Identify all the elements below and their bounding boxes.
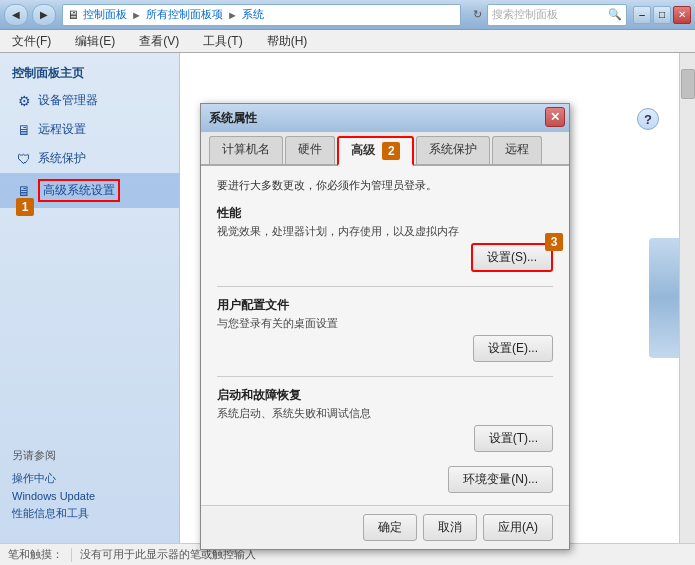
- sidebar-item-remote[interactable]: 🖥 远程设置: [0, 115, 179, 144]
- env-variables-button[interactable]: 环境变量(N)...: [448, 466, 553, 493]
- sidebar-action-center[interactable]: 操作中心: [12, 469, 167, 488]
- user-profiles-desc: 与您登录有关的桌面设置: [217, 316, 553, 331]
- status-pen-label: 笔和触摸：: [8, 547, 63, 562]
- remote-icon: 🖥: [16, 122, 32, 138]
- sidebar-title: 控制面板主页: [0, 61, 179, 86]
- sidebar-item-remote-label: 远程设置: [38, 121, 86, 138]
- sidebar-perf-info[interactable]: 性能信息和工具: [12, 504, 167, 523]
- maximize-button[interactable]: □: [653, 6, 671, 24]
- main-window: ◀ ▶ 🖥 控制面板 ► 所有控制面板项 ► 系统 ↻ 搜索控制面板 🔍 – □…: [0, 0, 695, 565]
- menu-edit[interactable]: 编辑(E): [71, 31, 119, 52]
- annotation-3: 3: [545, 233, 563, 251]
- sidebar-item-device-manager[interactable]: ⚙ 设备管理器: [0, 86, 179, 115]
- dialog-body: 要进行大多数更改，你必须作为管理员登录。 性能 视觉效果，处理器计划，内存使用，…: [201, 166, 569, 505]
- dialog-section-performance: 性能 视觉效果，处理器计划，内存使用，以及虚拟内存 设置(S)... 3: [217, 205, 553, 272]
- annotation-1: 1: [16, 198, 34, 216]
- annotation-2: 2: [382, 142, 400, 160]
- dialog-apply-button[interactable]: 应用(A): [483, 514, 553, 541]
- startup-settings-button[interactable]: 设置(T)...: [474, 425, 553, 452]
- menu-tools[interactable]: 工具(T): [199, 31, 246, 52]
- tab-computer-name[interactable]: 计算机名: [209, 136, 283, 164]
- startup-title: 启动和故障恢复: [217, 387, 553, 404]
- user-profiles-settings-button[interactable]: 设置(E)...: [473, 335, 553, 362]
- menu-view[interactable]: 查看(V): [135, 31, 183, 52]
- tab-remote[interactable]: 远程: [492, 136, 542, 164]
- dialog-section-user-profiles: 用户配置文件 与您登录有关的桌面设置 设置(E)...: [217, 297, 553, 362]
- nav-buttons: ◀ ▶: [4, 4, 56, 26]
- dialog-title-bar: 系统属性 ✕: [201, 104, 569, 132]
- dialog-title-text: 系统属性: [209, 110, 257, 127]
- address-crumb-3[interactable]: 系统: [242, 7, 264, 22]
- user-profiles-btn-row: 设置(E)...: [217, 335, 553, 362]
- tab-advanced[interactable]: 高级 2: [337, 136, 414, 166]
- protection-icon: 🛡: [16, 151, 32, 167]
- scroll-thumb[interactable]: [681, 69, 695, 99]
- bg-decoration: [649, 238, 679, 358]
- perf-settings-button[interactable]: 设置(S)...: [471, 243, 553, 272]
- dialog-close-button[interactable]: ✕: [545, 107, 565, 127]
- startup-desc: 系统启动、系统失败和调试信息: [217, 406, 553, 421]
- sidebar-windows-update[interactable]: Windows Update: [12, 488, 167, 504]
- sidebar-item-device-manager-label: 设备管理器: [38, 92, 98, 109]
- dialog-ok-button[interactable]: 确定: [363, 514, 417, 541]
- address-crumb-2[interactable]: 所有控制面板项: [146, 7, 223, 22]
- system-properties-dialog: 系统属性 ✕ 计算机名 硬件 高级 2 系统保护 远程 要进行大多数更改，你必须…: [200, 103, 570, 550]
- sidebar-item-protection[interactable]: 🛡 系统保护: [0, 144, 179, 173]
- menu-help[interactable]: 帮助(H): [263, 31, 312, 52]
- back-button[interactable]: ◀: [4, 4, 28, 26]
- divider-2: [217, 376, 553, 377]
- search-icon: 🔍: [608, 8, 622, 21]
- dialog-footer: 确定 取消 应用(A): [201, 505, 569, 549]
- device-manager-icon: ⚙: [16, 93, 32, 109]
- dialog-section-startup: 启动和故障恢复 系统启动、系统失败和调试信息 设置(T)...: [217, 387, 553, 452]
- advanced-icon: 🖥: [16, 183, 32, 199]
- perf-title: 性能: [217, 205, 553, 222]
- sidebar-item-advanced[interactable]: 🖥 高级系统设置 1: [0, 173, 179, 208]
- status-divider: [71, 548, 72, 562]
- dialog-cancel-button[interactable]: 取消: [423, 514, 477, 541]
- address-icon: 🖥: [67, 8, 79, 22]
- dialog-note: 要进行大多数更改，你必须作为管理员登录。: [217, 178, 553, 193]
- search-placeholder: 搜索控制面板: [492, 7, 558, 22]
- content-area: 控制面板主页 ⚙ 设备管理器 🖥 远程设置 🛡 系统保护 🖥 高级系统设置 1: [0, 52, 695, 543]
- status-left: 笔和触摸：: [8, 547, 63, 562]
- sidebar: 控制面板主页 ⚙ 设备管理器 🖥 远程设置 🛡 系统保护 🖥 高级系统设置 1: [0, 53, 180, 543]
- window-controls: – □ ✕: [633, 6, 691, 24]
- sidebar-also-title: 另请参阅: [12, 448, 167, 463]
- menu-bar: 文件(F) 编辑(E) 查看(V) 工具(T) 帮助(H): [0, 30, 695, 52]
- menu-file[interactable]: 文件(F): [8, 31, 55, 52]
- divider-1: [217, 286, 553, 287]
- help-button[interactable]: ?: [637, 108, 659, 130]
- dialog-tabs: 计算机名 硬件 高级 2 系统保护 远程: [201, 132, 569, 166]
- sidebar-item-protection-label: 系统保护: [38, 150, 86, 167]
- sidebar-item-advanced-label: 高级系统设置: [38, 179, 120, 202]
- title-bar: ◀ ▶ 🖥 控制面板 ► 所有控制面板项 ► 系统 ↻ 搜索控制面板 🔍 – □…: [0, 0, 695, 30]
- scrollbar[interactable]: [679, 53, 695, 543]
- perf-btn-row: 设置(S)... 3: [217, 243, 553, 272]
- forward-button[interactable]: ▶: [32, 4, 56, 26]
- address-bar[interactable]: 🖥 控制面板 ► 所有控制面板项 ► 系统: [62, 4, 461, 26]
- close-button[interactable]: ✕: [673, 6, 691, 24]
- perf-btn-wrapper: 设置(S)... 3: [471, 243, 553, 272]
- search-bar[interactable]: 搜索控制面板 🔍: [487, 4, 627, 26]
- tab-hardware[interactable]: 硬件: [285, 136, 335, 164]
- user-profiles-title: 用户配置文件: [217, 297, 553, 314]
- perf-desc: 视觉效果，处理器计划，内存使用，以及虚拟内存: [217, 224, 553, 239]
- sidebar-bottom: 另请参阅 操作中心 Windows Update 性能信息和工具: [0, 436, 179, 535]
- tab-system-protection[interactable]: 系统保护: [416, 136, 490, 164]
- address-crumb-1[interactable]: 控制面板: [83, 7, 127, 22]
- refresh-button[interactable]: ↻: [467, 5, 487, 25]
- startup-btn-row: 设置(T)...: [217, 425, 553, 452]
- env-btn-row: 环境变量(N)...: [217, 466, 553, 493]
- minimize-button[interactable]: –: [633, 6, 651, 24]
